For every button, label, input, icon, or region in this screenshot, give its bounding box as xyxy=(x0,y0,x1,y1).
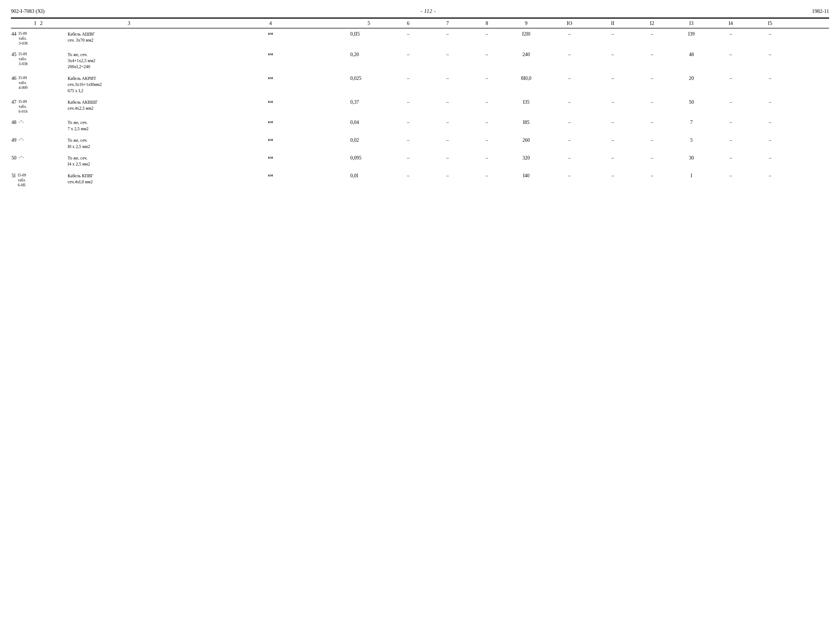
row-col11: – xyxy=(593,117,632,134)
column-headers: I 2 3 4 5 6 7 8 9 IO II I2 I3 I4 I5 xyxy=(11,18,829,28)
row-col10: – xyxy=(546,170,593,191)
row-col13: 30 xyxy=(672,152,711,170)
row-extra xyxy=(789,170,829,191)
row-col5: 0,0I xyxy=(349,170,389,191)
row-col11: – xyxy=(593,49,632,73)
row-col5: 0,025 xyxy=(349,73,389,96)
col-header-4: 4 xyxy=(192,18,349,28)
row-col6: – xyxy=(388,28,428,49)
row-col8: – xyxy=(467,134,507,152)
row-col10: – xyxy=(546,134,593,152)
row-unit: км xyxy=(192,49,349,73)
row-col8: – xyxy=(467,28,507,49)
table-row: 48–"–То же, сеч. 7 x 2,5 мм2км0,04–––I85… xyxy=(11,117,829,134)
row-unit: км xyxy=(192,152,349,170)
row-description: То же, сеч. 3x4+1x2,5 мм2 200xI,2=240 xyxy=(66,49,192,73)
header-left: 902-I-7083 (XI) xyxy=(11,8,44,14)
row-num-ref: 46I5-09 табл. 4-009 xyxy=(11,73,66,96)
row-col11: – xyxy=(593,152,632,170)
header-center: - 112 - xyxy=(421,8,436,14)
row-reference: I5-09 табл. 4-009 xyxy=(19,76,28,90)
row-col15: – xyxy=(750,170,789,191)
row-description: То же, сеч. I0 x 2,5 мм2 xyxy=(66,134,192,152)
col-header-9: 9 xyxy=(507,18,546,28)
row-num-ref: 45I5-09 табл. 3-038 xyxy=(11,49,66,73)
row-number: 44 xyxy=(11,31,16,37)
row-col9: 320 xyxy=(507,152,546,170)
row-reference: –"– xyxy=(19,137,24,142)
row-col9: 240 xyxy=(507,49,546,73)
table-row: 5II5-09 табл. 6-0IIКабель КПВГ сеч.4xI,0… xyxy=(11,170,829,191)
row-reference: I5-09 табл. 3-038 xyxy=(19,31,28,46)
row-unit: км xyxy=(192,73,349,96)
row-col7: – xyxy=(428,28,467,49)
row-reference: I5-09 табл. 3-038 xyxy=(19,52,28,67)
col-header-7: 7 xyxy=(428,18,467,28)
row-col15: – xyxy=(750,152,789,170)
col-header-1: I 2 xyxy=(11,18,66,28)
row-col8: – xyxy=(467,49,507,73)
row-col9: 260 xyxy=(507,134,546,152)
row-unit: км xyxy=(192,28,349,49)
row-col9: 8I0,0 xyxy=(507,73,546,96)
row-col12: – xyxy=(632,170,672,191)
row-unit: км xyxy=(192,170,349,191)
row-col7: – xyxy=(428,96,467,117)
row-col13: 5 xyxy=(672,134,711,152)
row-col7: – xyxy=(428,117,467,134)
row-col5: 0,20 xyxy=(349,49,389,73)
row-col11: – xyxy=(593,96,632,117)
row-col6: – xyxy=(388,170,428,191)
row-col12: – xyxy=(632,28,672,49)
row-col14: – xyxy=(711,28,750,49)
row-col13: I xyxy=(672,170,711,191)
row-col11: – xyxy=(593,28,632,49)
table-row: 49–"–То же, сеч. I0 x 2,5 мм2км0,02–––26… xyxy=(11,134,829,152)
row-col5: 0,04 xyxy=(349,117,389,134)
row-col7: – xyxy=(428,170,467,191)
row-number: 46 xyxy=(11,76,16,81)
row-col5: 0,37 xyxy=(349,96,389,117)
row-description: Кабель АШВГ сеч. 3x70 мм2 xyxy=(66,28,192,49)
row-col13: 50 xyxy=(672,96,711,117)
row-extra xyxy=(789,96,829,117)
row-reference: I5-09 табл. 6-0II xyxy=(18,173,26,188)
row-col11: – xyxy=(593,170,632,191)
row-col7: – xyxy=(428,134,467,152)
row-col10: – xyxy=(546,117,593,134)
col-header-12: I2 xyxy=(632,18,672,28)
col-header-6: 6 xyxy=(388,18,428,28)
row-col8: – xyxy=(467,96,507,117)
row-num-ref: 47I5-09 табл. 6-016 xyxy=(11,96,66,117)
row-col12: – xyxy=(632,96,672,117)
row-col15: – xyxy=(750,134,789,152)
row-col14: – xyxy=(711,117,750,134)
row-num-ref: 48–"– xyxy=(11,117,66,134)
col-header-14: I4 xyxy=(711,18,750,28)
row-col12: – xyxy=(632,49,672,73)
row-number: 48 xyxy=(11,120,16,125)
col-header-10: IO xyxy=(546,18,593,28)
row-description: То же, сеч. 7 x 2,5 мм2 xyxy=(66,117,192,134)
row-col13: I39 xyxy=(672,28,711,49)
row-reference: –"– xyxy=(19,155,24,160)
row-reference: I5-09 табл. 6-016 xyxy=(19,99,28,114)
main-table: I 2 3 4 5 6 7 8 9 IO II I2 I3 I4 I5 44I5… xyxy=(11,18,829,190)
col-header-15: I5 xyxy=(750,18,789,28)
row-extra xyxy=(789,117,829,134)
row-col6: – xyxy=(388,96,428,117)
row-col15: – xyxy=(750,28,789,49)
row-col8: – xyxy=(467,73,507,96)
col-header-11: II xyxy=(593,18,632,28)
row-col9: I2I0 xyxy=(507,28,546,49)
row-col12: – xyxy=(632,73,672,96)
row-description: Кабель АКРИТ сеч.3x16+1xI0мм2 675 x I,2 xyxy=(66,73,192,96)
row-col13: 20 xyxy=(672,73,711,96)
col-header-5: 5 xyxy=(349,18,389,28)
row-number: 47 xyxy=(11,99,16,105)
row-col10: – xyxy=(546,28,593,49)
row-col8: – xyxy=(467,152,507,170)
row-col9: I35 xyxy=(507,96,546,117)
table-row: 44I5-09 табл. 3-038Кабель АШВГ сеч. 3x70… xyxy=(11,28,829,49)
table-row: 47I5-09 табл. 6-016Кабель АКВШГ сеч.4x2,… xyxy=(11,96,829,117)
